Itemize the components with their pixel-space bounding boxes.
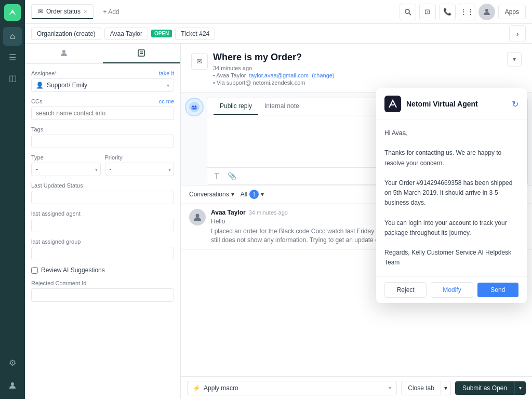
netomi-header: Netomi Virtual Agent ↻ <box>376 88 527 120</box>
search-btn[interactable] <box>400 4 416 20</box>
conv-author-name: Avaa Taylor <box>211 209 246 216</box>
close-tab-btn[interactable]: Close tab <box>401 381 441 395</box>
close-tab-dropdown-btn[interactable]: ▾ <box>441 381 451 395</box>
bot-avatar <box>185 98 204 116</box>
conv-filter-btn[interactable]: All 1 ▾ <box>241 190 264 199</box>
sidebar-body: Assignee* take it 👤 Support/ Emily ▾ CCs <box>25 64 180 308</box>
user-avatar-btn[interactable] <box>478 4 495 20</box>
ticket-change-link[interactable]: (change) <box>312 72 334 78</box>
last-updated-label: Last Updated Status <box>31 182 174 189</box>
assignee-value: Support/ Emily <box>47 82 87 89</box>
nav-home-btn[interactable]: ⌂ <box>3 27 22 46</box>
conv-time: 34 minutes ago <box>249 209 288 216</box>
type-select[interactable]: - <box>31 163 101 176</box>
rejected-comment-label: Rejected Comment Id <box>31 280 174 286</box>
svg-rect-7 <box>138 50 144 56</box>
ticket-title: Where is my Order? <box>213 52 335 63</box>
svg-line-4 <box>409 13 411 15</box>
svg-point-2 <box>11 382 14 385</box>
assignee-label: Assignee* <box>31 70 57 76</box>
status-badge: OPEN <box>151 30 172 37</box>
nav-tickets-btn[interactable]: ☰ <box>3 48 22 66</box>
grid-btn[interactable]: ⋮⋮ <box>459 4 475 20</box>
take-it-link[interactable]: take it <box>159 70 174 76</box>
netomi-modify-btn[interactable]: Modify <box>431 282 473 298</box>
last-updated-input[interactable] <box>31 191 174 204</box>
netomi-send-btn[interactable]: Send <box>477 283 518 297</box>
ccs-input[interactable] <box>31 107 174 120</box>
submit-dropdown-btn[interactable]: ▾ <box>514 381 526 395</box>
rejected-comment-input[interactable] <box>31 288 174 302</box>
type-priority-row: Type - ▾ Priority <box>31 154 174 176</box>
submit-btn[interactable]: Submit as Open <box>455 381 514 395</box>
priority-label: Priority <box>105 154 175 161</box>
type-label: Type <box>31 154 101 161</box>
app-logo <box>4 4 21 21</box>
public-reply-tab[interactable]: Public reply <box>214 98 258 115</box>
conversations-label: Conversations <box>189 191 229 198</box>
netomi-message: Hi Avaa, Thanks for contacting us. We ar… <box>376 120 527 276</box>
svg-point-12 <box>192 105 194 107</box>
netomi-logo <box>384 96 401 112</box>
macro-label: Apply macro <box>204 384 238 392</box>
review-ai-row: Review AI Suggestions <box>31 267 174 274</box>
text-format-btn[interactable]: T <box>212 171 221 181</box>
breadcrumb-org[interactable]: Organization (create) <box>31 28 101 40</box>
conversations-tab-btn[interactable]: Conversations ▾ <box>189 191 234 198</box>
apps-btn[interactable]: Apps <box>498 5 526 19</box>
type-field: Type - ▾ <box>31 154 101 176</box>
rejected-comment-field: Rejected Comment Id <box>31 280 174 302</box>
sidebar-tab-details[interactable] <box>103 44 181 63</box>
ticket-via: • Via support@ netomi.zendesk.com <box>213 79 335 86</box>
priority-field: Priority - ▾ <box>105 154 175 176</box>
cc-me-link[interactable]: cc me <box>159 98 174 104</box>
last-group-input[interactable] <box>31 247 174 260</box>
review-ai-checkbox[interactable] <box>31 267 38 274</box>
assignee-chevron: ▾ <box>167 83 169 88</box>
bottom-bar: ⚡ Apply macro ▾ Close tab ▾ Submit as Op… <box>181 376 532 399</box>
assignee-icon: 👤 <box>36 82 44 89</box>
ticket-tab-icon: ✉ <box>38 8 43 15</box>
add-tab-label: + Add <box>103 8 119 16</box>
netomi-reject-btn[interactable]: Reject <box>384 282 427 298</box>
svg-point-3 <box>405 9 409 14</box>
nav-reports-btn[interactable]: ◫ <box>3 69 22 87</box>
ticket-dropdown-btn[interactable]: ▾ <box>507 52 522 66</box>
close-tab-group: Close tab ▾ <box>401 381 451 395</box>
internal-note-tab[interactable]: Internal note <box>258 98 305 115</box>
phone-btn[interactable]: 📞 <box>439 4 456 20</box>
nav-user-btn[interactable] <box>3 376 22 395</box>
ticket-channel-icon: ✉ <box>191 53 208 70</box>
last-agent-input[interactable] <box>31 219 174 232</box>
breadcrumb-right: › <box>509 25 526 42</box>
netomi-popup: Netomi Virtual Agent ↻ Hi Avaa, Thanks f… <box>376 88 527 303</box>
breadcrumb-ticket[interactable]: Ticket #24 <box>175 28 215 40</box>
left-sidebar: Assignee* take it 👤 Support/ Emily ▾ CCs <box>25 44 181 399</box>
last-group-field: last assigned group <box>31 238 174 260</box>
nav-settings-btn[interactable]: ⚙ <box>3 353 22 372</box>
tags-field: Tags <box>31 126 174 148</box>
breadcrumb-more-btn[interactable]: › <box>509 25 526 42</box>
top-bar-right: ⊡ 📞 ⋮⋮ Apps <box>400 4 526 20</box>
tags-input[interactable] <box>31 135 174 148</box>
top-bar: ✉ Order status × + Add ⊡ 📞 ⋮⋮ Apps <box>25 0 532 24</box>
netomi-refresh-btn[interactable]: ↻ <box>512 99 518 109</box>
ticket-from-name: Avaa Taylor <box>216 72 246 78</box>
last-agent-label: last assigned agent <box>31 210 174 217</box>
svg-point-11 <box>191 106 197 110</box>
priority-select[interactable]: - <box>105 163 175 176</box>
last-group-label: last assigned group <box>31 238 174 245</box>
left-nav: ⌂ ☰ ◫ ⚙ <box>0 0 25 399</box>
ticket-tab-close[interactable]: × <box>84 8 87 15</box>
breadcrumb-user[interactable]: Avaa Taylor <box>104 28 148 40</box>
type-chevron-icon: ▾ <box>95 167 98 172</box>
ccs-field: CCs cc me <box>31 98 174 120</box>
ticket-tab[interactable]: ✉ Order status × <box>31 4 94 19</box>
assignee-select[interactable]: 👤 Support/ Emily ▾ <box>31 78 174 92</box>
sidebar-tab-user[interactable] <box>25 44 103 63</box>
chat-btn[interactable]: ⊡ <box>419 4 436 20</box>
attachment-btn[interactable]: 📎 <box>225 171 238 181</box>
add-tab-btn[interactable]: + Add <box>98 6 124 18</box>
macro-select[interactable]: ⚡ Apply macro ▾ <box>187 381 397 395</box>
macro-lightning-icon: ⚡ <box>193 384 201 392</box>
